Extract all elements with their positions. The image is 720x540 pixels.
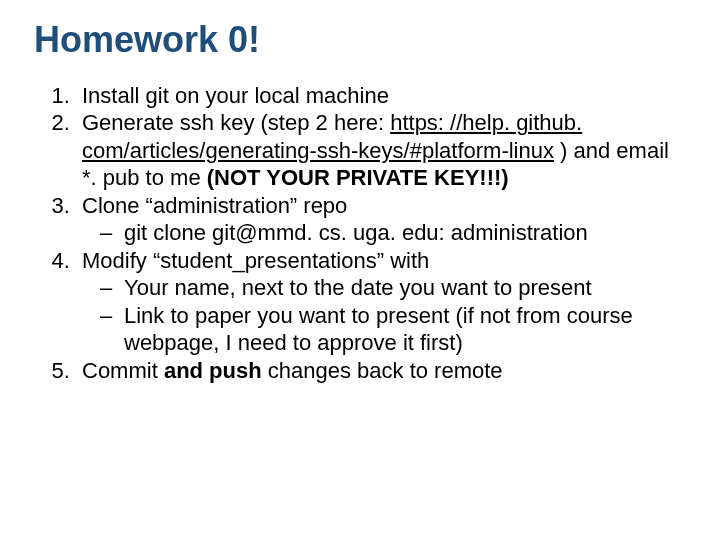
item-text: Generate ssh key (step 2 here: — [82, 110, 390, 135]
sublist: git clone git@mmd. cs. uga. edu: adminis… — [82, 219, 686, 247]
list-item: Commit and push changes back to remote — [76, 357, 686, 385]
item-text: changes back to remote — [262, 358, 503, 383]
sublist-item: Your name, next to the date you want to … — [100, 274, 686, 302]
sublist-item: git clone git@mmd. cs. uga. edu: adminis… — [100, 219, 686, 247]
bold-text: and push — [164, 358, 262, 383]
list-item: Clone “administration” repo git clone gi… — [76, 192, 686, 247]
item-text: Clone “administration” repo — [82, 193, 347, 218]
sublist-item: Link to paper you want to present (if no… — [100, 302, 686, 357]
homework-list: Install git on your local machine Genera… — [34, 82, 686, 385]
page-title: Homework 0! — [34, 20, 686, 60]
list-item: Generate ssh key (step 2 here: https: //… — [76, 109, 686, 192]
warning-text: (NOT YOUR PRIVATE KEY!!!) — [207, 165, 509, 190]
item-text: Modify “student_presentations” with — [82, 248, 429, 273]
slide: Homework 0! Install git on your local ma… — [0, 0, 720, 404]
list-item: Modify “student_presentations” with Your… — [76, 247, 686, 357]
list-item: Install git on your local machine — [76, 82, 686, 110]
sublist: Your name, next to the date you want to … — [82, 274, 686, 357]
item-text: Commit — [82, 358, 164, 383]
